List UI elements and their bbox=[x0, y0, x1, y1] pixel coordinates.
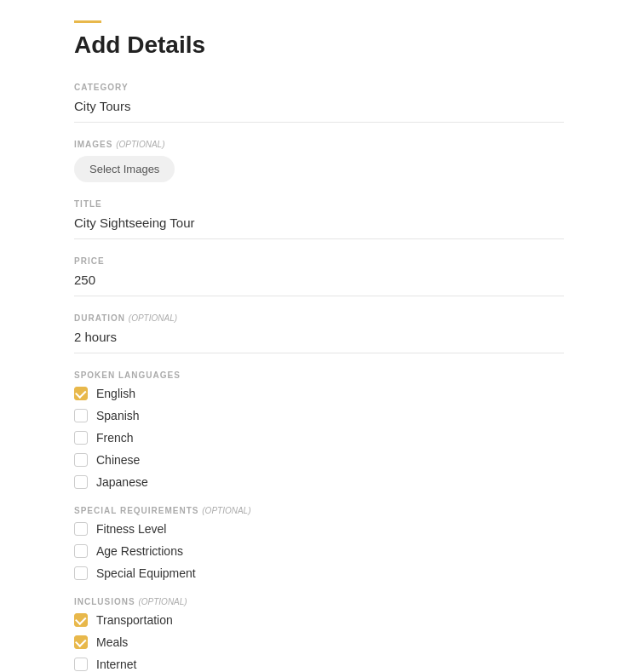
duration-value: 2 hours bbox=[74, 330, 564, 353]
special-requirements-section: SPECIAL REQUIREMENTS (OPTIONAL) Fitness … bbox=[74, 506, 564, 580]
title-section: TITLE City Sightseeing Tour bbox=[74, 199, 564, 239]
checkbox-chinese bbox=[74, 453, 88, 467]
checkbox-fitness bbox=[74, 522, 88, 536]
checkbox-item-transportation[interactable]: Transportation bbox=[74, 613, 564, 627]
checkbox-equipment bbox=[74, 566, 88, 580]
spoken-languages-section: SPOKEN LANGUAGES EnglishSpanishFrenchChi… bbox=[74, 370, 564, 489]
checkbox-label-equipment: Special Equipment bbox=[96, 566, 196, 580]
duration-label: DURATION (OPTIONAL) bbox=[74, 313, 564, 323]
duration-section: DURATION (OPTIONAL) 2 hours bbox=[74, 313, 564, 353]
checkbox-item-fitness[interactable]: Fitness Level bbox=[74, 522, 564, 536]
price-value: 250 bbox=[74, 273, 564, 296]
images-label: IMAGES (OPTIONAL) bbox=[74, 140, 564, 149]
inclusions-group: TransportationMealsInternetSouvenirs bbox=[74, 613, 564, 672]
checkbox-item-internet[interactable]: Internet bbox=[74, 658, 564, 671]
checkbox-label-meals: Meals bbox=[96, 635, 128, 649]
checkbox-item-equipment[interactable]: Special Equipment bbox=[74, 566, 564, 580]
select-images-button[interactable]: Select Images bbox=[74, 156, 175, 182]
special-requirements-group: Fitness LevelAge RestrictionsSpecial Equ… bbox=[74, 522, 564, 580]
checkbox-label-japanese: Japanese bbox=[96, 475, 148, 489]
title-accent bbox=[74, 20, 101, 23]
category-value: City Tours bbox=[74, 99, 564, 123]
title-label: TITLE bbox=[74, 199, 564, 209]
checkbox-label-spanish: Spanish bbox=[96, 409, 140, 422]
checkbox-item-chinese[interactable]: Chinese bbox=[74, 453, 564, 467]
page-title: Add Details bbox=[74, 32, 564, 59]
checkbox-english bbox=[74, 387, 88, 400]
checkbox-label-age: Age Restrictions bbox=[96, 544, 183, 558]
title-value: City Sightseeing Tour bbox=[74, 215, 564, 239]
checkbox-meals bbox=[74, 635, 88, 649]
checkbox-transportation bbox=[74, 613, 88, 627]
checkbox-item-japanese[interactable]: Japanese bbox=[74, 475, 564, 489]
checkbox-spanish bbox=[74, 409, 88, 422]
checkbox-item-french[interactable]: French bbox=[74, 431, 564, 445]
checkbox-french bbox=[74, 431, 88, 445]
spoken-languages-group: EnglishSpanishFrenchChineseJapanese bbox=[74, 387, 564, 489]
images-section: IMAGES (OPTIONAL) Select Images bbox=[74, 140, 564, 182]
category-section: CATEGORY City Tours bbox=[74, 83, 564, 123]
checkbox-item-english[interactable]: English bbox=[74, 387, 564, 400]
checkbox-internet bbox=[74, 658, 88, 671]
checkbox-item-age[interactable]: Age Restrictions bbox=[74, 544, 564, 558]
price-label: PRICE bbox=[74, 256, 564, 266]
page-container: Add Details CATEGORY City Tours IMAGES (… bbox=[0, 0, 638, 672]
checkbox-japanese bbox=[74, 475, 88, 489]
checkbox-item-spanish[interactable]: Spanish bbox=[74, 409, 564, 422]
inclusions-section: INCLUSIONS (OPTIONAL) TransportationMeal… bbox=[74, 597, 564, 672]
checkbox-item-meals[interactable]: Meals bbox=[74, 635, 564, 649]
inclusions-label: INCLUSIONS (OPTIONAL) bbox=[74, 597, 564, 606]
checkbox-label-transportation: Transportation bbox=[96, 613, 173, 627]
checkbox-label-english: English bbox=[96, 387, 135, 400]
spoken-languages-label: SPOKEN LANGUAGES bbox=[74, 370, 564, 380]
checkbox-label-chinese: Chinese bbox=[96, 453, 140, 467]
category-label: CATEGORY bbox=[74, 83, 564, 92]
special-requirements-label: SPECIAL REQUIREMENTS (OPTIONAL) bbox=[74, 506, 564, 515]
checkbox-age bbox=[74, 544, 88, 558]
checkbox-label-fitness: Fitness Level bbox=[96, 522, 166, 536]
checkbox-label-french: French bbox=[96, 431, 134, 445]
price-section: PRICE 250 bbox=[74, 256, 564, 296]
checkbox-label-internet: Internet bbox=[96, 658, 136, 671]
